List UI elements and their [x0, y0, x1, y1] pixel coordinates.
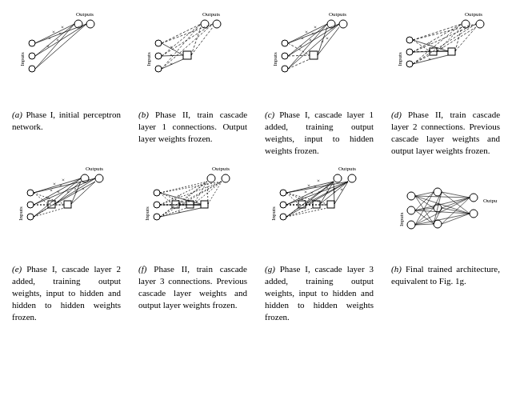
svg-point-223: [407, 221, 415, 229]
svg-line-230: [415, 196, 434, 208]
svg-text:×: ×: [301, 35, 304, 42]
svg-rect-143: [201, 201, 208, 208]
svg-text:×: ×: [314, 24, 317, 30]
svg-text:Outputs: Outputs: [483, 198, 498, 204]
svg-rect-76: [448, 48, 455, 55]
main-grid: Outputs Inputs × × × × × ×: [0, 0, 512, 334]
cell-a: Outputs Inputs × × × × × ×: [3, 6, 130, 161]
svg-point-4: [29, 40, 35, 46]
svg-text:×: ×: [309, 37, 312, 43]
svg-text:Outputs: Outputs: [212, 166, 230, 172]
svg-line-150: [160, 208, 186, 217]
svg-text:×: ×: [58, 30, 62, 37]
diagram-c: Outputs Inputs × × × × × ×: [267, 10, 371, 106]
svg-point-69: [462, 20, 470, 28]
caption-g: (g) Phase I, cascade layer 3 added, trai…: [263, 260, 375, 322]
svg-point-138: [154, 190, 160, 196]
cell-c: Outputs Inputs × × × × × ×: [256, 6, 382, 161]
svg-text:×: ×: [311, 30, 314, 37]
svg-point-178: [280, 202, 286, 208]
svg-point-177: [280, 190, 286, 196]
diagram-a: Outputs Inputs × × × × × ×: [14, 10, 118, 106]
svg-point-21: [213, 20, 221, 28]
svg-point-228: [470, 210, 478, 218]
diagram-f: Outputs Inputs × ×: [141, 164, 245, 260]
svg-line-93: [413, 24, 476, 40]
svg-text:×: ×: [310, 190, 314, 196]
svg-text:×: ×: [317, 178, 320, 184]
svg-text:Inputs: Inputs: [272, 52, 278, 66]
svg-point-5: [29, 53, 35, 59]
svg-point-46: [282, 53, 288, 59]
svg-line-124: [34, 178, 95, 217]
svg-point-73: [406, 49, 413, 55]
svg-line-172: [208, 182, 222, 204]
svg-line-240: [442, 198, 470, 208]
svg-text:×: ×: [52, 29, 55, 35]
diagram-b: Outputs Inputs × × ×: [141, 10, 245, 106]
svg-point-179: [280, 214, 286, 220]
svg-text:×: ×: [307, 182, 310, 189]
svg-rect-181: [313, 201, 320, 208]
svg-text:×: ×: [318, 189, 321, 195]
caption-d: (d) Phase II, train cascade layer 2 conn…: [390, 106, 502, 156]
svg-line-243: [442, 214, 470, 224]
svg-line-97: [413, 24, 476, 64]
svg-rect-26: [183, 51, 191, 59]
diagram-g: Outputs Inputs ×: [267, 164, 371, 260]
svg-text:×: ×: [82, 186, 85, 192]
svg-text:×: ×: [56, 37, 59, 43]
svg-text:Outputs: Outputs: [76, 11, 94, 18]
caption-a: (a) Phase I, initial perceptron network.: [10, 106, 122, 133]
svg-text:×: ×: [50, 187, 53, 194]
svg-point-25: [155, 66, 162, 72]
svg-line-77: [413, 40, 430, 51]
svg-line-50: [288, 55, 310, 56]
caption-f: (f) Phase II, train cascade layer 3 conn…: [137, 260, 249, 310]
svg-text:Outputs: Outputs: [86, 166, 103, 172]
svg-point-221: [407, 192, 415, 200]
svg-point-74: [406, 61, 413, 67]
svg-point-72: [406, 37, 413, 43]
svg-point-102: [27, 190, 34, 196]
svg-text:×: ×: [74, 189, 78, 195]
svg-line-51: [288, 59, 310, 69]
svg-text:×: ×: [170, 61, 173, 67]
svg-text:×: ×: [428, 56, 431, 62]
svg-text:Inputs: Inputs: [270, 206, 277, 221]
cell-f: Outputs Inputs × ×: [130, 161, 256, 327]
svg-text:×: ×: [340, 186, 343, 193]
svg-rect-106: [64, 201, 71, 208]
svg-text:Inputs: Inputs: [397, 52, 403, 66]
cell-b: Outputs Inputs × × ×: [130, 6, 256, 161]
svg-text:Inputs: Inputs: [146, 52, 152, 66]
svg-line-162: [160, 182, 222, 193]
svg-text:×: ×: [48, 35, 51, 42]
svg-line-244: [415, 196, 470, 198]
svg-line-205: [286, 182, 348, 217]
svg-point-227: [470, 194, 478, 202]
svg-text:Inputs: Inputs: [144, 206, 150, 221]
svg-text:Outputs: Outputs: [465, 11, 482, 18]
svg-text:Inputs: Inputs: [398, 213, 405, 227]
svg-point-2: [86, 20, 94, 28]
svg-text:×: ×: [326, 35, 329, 42]
svg-point-45: [282, 40, 288, 46]
caption-h: (h) Final trained architecture, equivale…: [390, 260, 502, 287]
svg-text:Outputs: Outputs: [338, 166, 356, 172]
svg-point-100: [95, 174, 103, 182]
cell-g: Outputs Inputs ×: [256, 161, 382, 327]
svg-text:×: ×: [46, 43, 50, 50]
svg-point-6: [29, 66, 35, 72]
svg-text:×: ×: [326, 189, 329, 195]
svg-point-222: [407, 206, 415, 214]
svg-point-103: [27, 202, 34, 208]
svg-line-79: [413, 55, 430, 64]
diagram-h: Outputs Inputs: [394, 164, 498, 260]
svg-point-24: [155, 53, 162, 59]
svg-text:×: ×: [314, 183, 317, 190]
svg-text:×: ×: [305, 29, 308, 35]
svg-text:×: ×: [170, 52, 173, 58]
svg-line-242: [442, 198, 470, 224]
svg-line-246: [415, 198, 470, 210]
